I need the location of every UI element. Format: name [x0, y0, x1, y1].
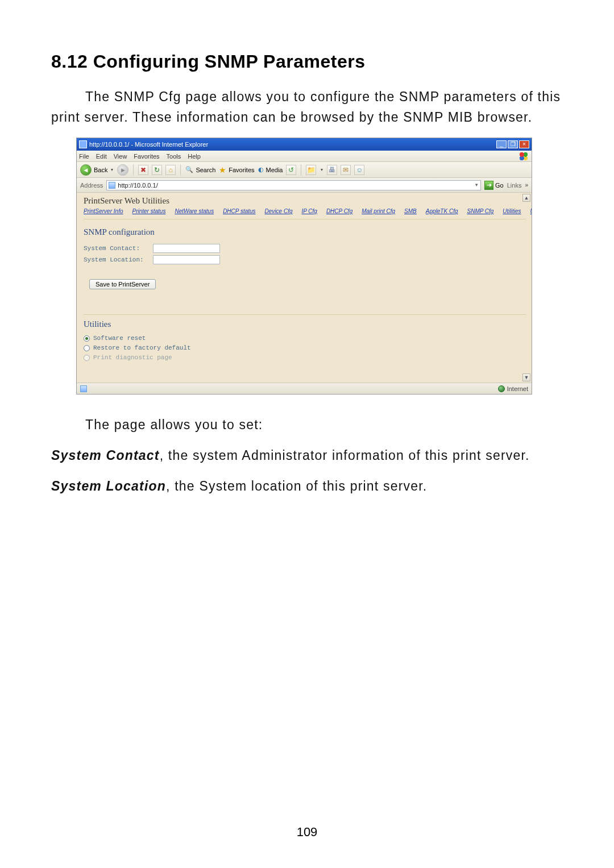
favorites-button[interactable]: ★ Favorites: [219, 165, 254, 175]
search-icon: 🔍: [185, 166, 193, 173]
snmp-section-title: SNMP configuration: [84, 227, 526, 237]
maximize-button[interactable]: ❐: [508, 140, 518, 148]
page-number: 109: [0, 825, 614, 840]
system-contact-paragraph: System Contact, the system Administrator…: [51, 446, 563, 466]
toolbar: ◄ Back ▼ ► ✖ ↻ ⌂ 🔍 Search ★ Favorites ◐ …: [77, 162, 532, 178]
stop-icon[interactable]: ✖: [138, 165, 148, 175]
address-bar: Address http://10.0.0.1/ ▼ ➔ Go Links »: [77, 178, 532, 193]
save-button[interactable]: Save to PrintServer: [89, 279, 156, 289]
screenshot-window: http://10.0.0.1/ - Microsoft Internet Ex…: [76, 138, 532, 394]
nav-netware-status[interactable]: NetWare status: [175, 208, 214, 214]
mail-icon[interactable]: ✉: [341, 165, 351, 175]
links-label[interactable]: Links: [507, 182, 522, 189]
nav-printserver-info[interactable]: PrintServer Info: [84, 208, 123, 214]
folder-icon[interactable]: 📁: [306, 165, 316, 175]
media-icon: ◐: [258, 166, 264, 173]
menu-edit[interactable]: Edit: [96, 153, 107, 160]
system-contact-term: System Contact: [51, 448, 160, 463]
windows-logo-icon: [519, 152, 528, 161]
system-location-paragraph: System Location, the System location of …: [51, 476, 563, 497]
utilities-section-title: Utilities: [84, 314, 526, 329]
forward-button[interactable]: ►: [117, 164, 128, 176]
nav-utilities[interactable]: Utilities: [503, 208, 521, 214]
option-print-diag[interactable]: Print diagnostic page: [84, 354, 526, 361]
section-heading: 8.12 Configuring SNMP Parameters: [51, 51, 563, 72]
refresh-icon[interactable]: ↻: [152, 165, 162, 175]
back-arrow-icon: ◄: [80, 164, 92, 176]
window-title: http://10.0.0.1/ - Microsoft Internet Ex…: [89, 141, 496, 148]
address-url: http://10.0.0.1/: [118, 182, 157, 189]
scroll-down-button[interactable]: ▼: [522, 373, 530, 381]
radio-icon: [84, 345, 90, 351]
system-contact-input[interactable]: [153, 244, 220, 253]
nav-upgrade[interactable]: Upgrade: [530, 208, 532, 214]
history-icon[interactable]: ↺: [286, 165, 296, 175]
nav-printer-status[interactable]: Printer status: [132, 208, 165, 214]
address-label: Address: [80, 182, 103, 189]
radio-icon: [84, 355, 90, 361]
system-location-label: System Location:: [84, 256, 148, 263]
nav-mailprint-cfg[interactable]: Mail print Cfg: [362, 208, 395, 214]
home-icon[interactable]: ⌂: [165, 165, 176, 175]
intro-paragraph: The SNMP Cfg page allows you to configur…: [51, 87, 563, 127]
nav-snmp-cfg[interactable]: SNMP Cfg: [467, 208, 493, 214]
menu-view[interactable]: View: [114, 153, 127, 160]
system-contact-label: System Contact:: [84, 245, 148, 252]
option-software-reset[interactable]: Software reset: [84, 335, 526, 342]
star-icon: ★: [219, 165, 226, 175]
address-input[interactable]: http://10.0.0.1/ ▼: [106, 180, 481, 190]
menu-tools[interactable]: Tools: [167, 153, 181, 160]
links-chevron-icon[interactable]: »: [525, 182, 528, 188]
system-location-term: System Location: [51, 479, 166, 493]
close-button[interactable]: ×: [519, 140, 529, 148]
nav-dhcp-status[interactable]: DHCP status: [223, 208, 255, 214]
media-button[interactable]: ◐ Media: [258, 166, 283, 173]
menu-file[interactable]: File: [79, 153, 89, 160]
set-paragraph: The page allows you to set:: [51, 415, 563, 435]
minimize-button[interactable]: _: [496, 140, 507, 148]
menu-help[interactable]: Help: [188, 153, 201, 160]
menu-favorites[interactable]: Favorites: [134, 153, 159, 160]
zone-globe-icon: [498, 385, 505, 392]
option-restore-default[interactable]: Restore to factory default: [84, 344, 526, 351]
search-button[interactable]: 🔍 Search: [185, 166, 215, 173]
browser-content: ▲ PrintServer Web Utilities PrintServer …: [77, 193, 532, 383]
nav-ip-cfg[interactable]: IP Cfg: [301, 208, 317, 214]
app-icon: [79, 140, 87, 148]
print-icon[interactable]: 🖶: [327, 165, 337, 175]
nav-links: PrintServer Info Printer status NetWare …: [84, 208, 526, 219]
nav-device-cfg[interactable]: Device Cfg: [265, 208, 293, 214]
zone-label: Internet: [507, 385, 528, 392]
status-bar: Internet: [77, 383, 532, 394]
page-title: PrintServer Web Utilities: [84, 196, 526, 206]
scroll-up-button[interactable]: ▲: [522, 194, 530, 202]
nav-appletk-cfg[interactable]: AppleTK Cfg: [426, 208, 458, 214]
system-location-input[interactable]: [153, 255, 220, 264]
radio-icon: [84, 335, 90, 342]
go-arrow-icon: ➔: [484, 181, 493, 190]
ie-page-icon: [109, 182, 115, 189]
messenger-icon[interactable]: ☺: [354, 165, 364, 175]
back-button[interactable]: ◄ Back ▼: [80, 164, 114, 176]
menu-bar: File Edit View Favorites Tools Help: [77, 151, 532, 162]
ie-status-icon: [80, 385, 87, 392]
window-titlebar: http://10.0.0.1/ - Microsoft Internet Ex…: [77, 138, 532, 151]
nav-smb[interactable]: SMB: [404, 208, 417, 214]
go-button[interactable]: ➔ Go: [484, 181, 504, 190]
nav-dhcp-cfg[interactable]: DHCP Cfg: [326, 208, 352, 214]
